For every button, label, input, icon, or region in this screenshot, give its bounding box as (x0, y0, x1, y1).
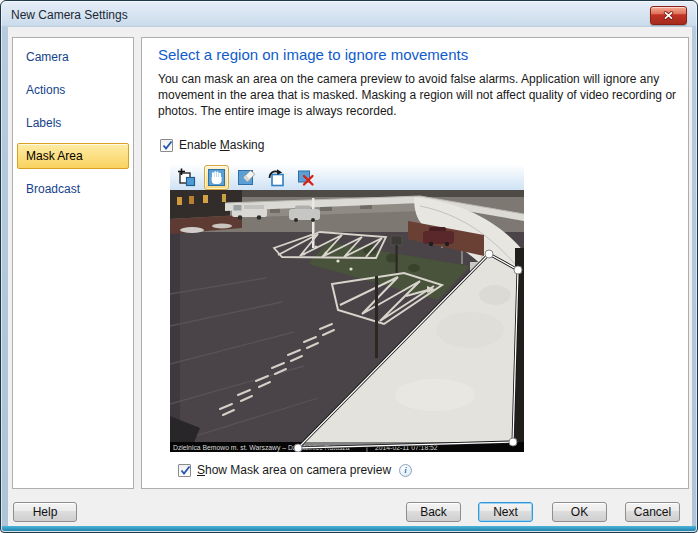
back-button[interactable]: Back (406, 502, 461, 522)
add-mask-region-icon (177, 168, 196, 187)
cancel-button[interactable]: Cancel (625, 502, 680, 522)
sidebar-item-labels[interactable]: Labels (17, 110, 129, 136)
delete-mask-button[interactable] (294, 165, 319, 190)
ok-button[interactable]: OK (552, 502, 607, 522)
camera-preview-image[interactable]: Dzielnica Bemowo m. st. Warszawy – Dzied… (170, 190, 524, 452)
dialog-window: New Camera Settings CameraActionsLabelsM… (0, 0, 698, 533)
sidebar-item-broadcast[interactable]: Broadcast (17, 176, 129, 202)
mask-handle[interactable] (514, 266, 522, 274)
rotate-arrow-icon (267, 168, 286, 187)
page-title: Select a region on image to ignore movem… (158, 46, 468, 63)
enable-masking-checkbox[interactable]: Enable Masking (160, 138, 264, 152)
erase-mask-button[interactable] (234, 165, 259, 190)
mask-handle[interactable] (294, 444, 302, 452)
info-icon[interactable]: i (399, 464, 412, 477)
title-bar: New Camera Settings (2, 2, 696, 27)
sidebar-item-camera[interactable]: Camera (17, 44, 129, 70)
window-title: New Camera Settings (11, 8, 128, 22)
eraser-icon (237, 168, 256, 187)
sidebar: CameraActionsLabelsMask AreaBroadcast (12, 37, 134, 489)
close-button[interactable] (650, 6, 687, 25)
check-icon (179, 464, 192, 477)
checkbox-box[interactable] (160, 139, 173, 152)
window-frame-bottom (2, 526, 696, 531)
main-panel: Select a region on image to ignore movem… (141, 37, 689, 489)
client-area: CameraActionsLabelsMask AreaBroadcast Se… (8, 27, 692, 527)
description-text: You can mask an area on the camera previ… (158, 71, 680, 119)
add-mask-region-button[interactable] (174, 165, 199, 190)
transform-mask-button[interactable] (264, 165, 289, 190)
mask-toolbar (170, 164, 524, 190)
sidebar-item-mask-area[interactable]: Mask Area (17, 143, 129, 169)
close-icon (663, 11, 674, 20)
mask-handle[interactable] (509, 438, 517, 446)
camera-preview: Dzielnica Bemowo m. st. Warszawy – Dzied… (170, 190, 524, 452)
checkbox-box[interactable] (178, 464, 191, 477)
help-button[interactable]: Help (13, 502, 77, 522)
hand-pan-icon (207, 168, 226, 187)
sidebar-item-actions[interactable]: Actions (17, 77, 129, 103)
pan-tool-button[interactable] (204, 165, 229, 190)
show-mask-label: Show Mask area on camera preview (197, 463, 391, 477)
enable-masking-label: Enable Masking (179, 138, 264, 152)
show-mask-checkbox[interactable]: Show Mask area on camera preview i (178, 463, 412, 477)
mask-handle[interactable] (485, 250, 493, 258)
check-icon (161, 139, 174, 152)
delete-x-icon (297, 168, 316, 187)
next-button[interactable]: Next (478, 502, 533, 522)
